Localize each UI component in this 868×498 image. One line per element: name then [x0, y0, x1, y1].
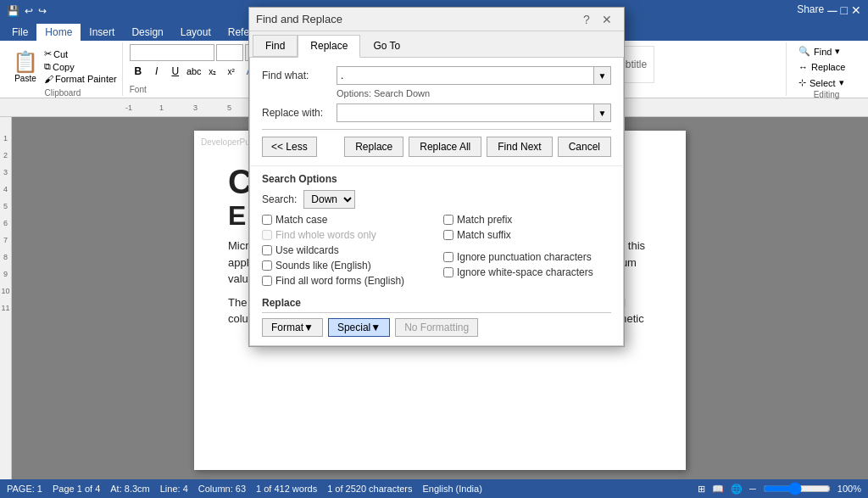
replace-all-button[interactable]: Replace All: [409, 137, 481, 157]
dialog-titlebar: Find and Replace ? ✕: [249, 8, 624, 31]
find-next-button[interactable]: Find Next: [487, 137, 552, 157]
search-options-title: Search Options: [262, 173, 611, 185]
replace-with-input[interactable]: [337, 104, 594, 122]
replace-button[interactable]: Replace: [344, 137, 403, 157]
find-what-row: Find what: ▼: [262, 66, 611, 85]
replace-format-section: Replace Format▼ Special▼ No Formatting: [249, 290, 624, 346]
replace-with-label: Replace with:: [262, 107, 337, 119]
replace-section-label: Replace: [262, 297, 611, 309]
checkboxes-left: Match case Find whole words only Use wil…: [262, 214, 430, 287]
use-wildcards-cb[interactable]: Use wildcards: [262, 244, 430, 256]
find-all-word-forms-cb[interactable]: Find all word forms (English): [262, 275, 430, 287]
search-dir-label: Search:: [262, 193, 297, 205]
search-direction-select[interactable]: Down Up All: [303, 190, 355, 209]
match-prefix-cb[interactable]: Match prefix: [443, 214, 611, 226]
sounds-like-cb[interactable]: Sounds like (English): [262, 260, 430, 271]
match-suffix-cb[interactable]: Match suffix: [443, 229, 611, 241]
checkboxes-right: Match prefix Match suffix Ignore punctua…: [443, 214, 611, 287]
dialog-help-button[interactable]: ?: [576, 11, 597, 28]
dialog-tab-replace[interactable]: Replace: [298, 35, 360, 58]
checkboxes-grid: Match case Find whole words only Use wil…: [262, 214, 611, 287]
cancel-button[interactable]: Cancel: [558, 137, 611, 157]
replace-with-dropdown[interactable]: ▼: [594, 104, 611, 122]
find-what-input[interactable]: [337, 66, 594, 85]
find-what-label: Find what:: [262, 70, 337, 81]
find-replace-dialog: Find and Replace ? ✕ Find Replace Go To …: [248, 7, 625, 347]
find-what-dropdown[interactable]: ▼: [594, 66, 611, 85]
special-btn[interactable]: Special▼: [328, 318, 390, 337]
dialog-tabs: Find Replace Go To: [249, 31, 624, 58]
dialog-title: Find and Replace: [256, 13, 576, 25]
less-button[interactable]: << Less: [262, 137, 317, 157]
no-formatting-btn[interactable]: No Formatting: [395, 318, 478, 337]
search-options-section: Search Options Search: Down Up All Match…: [249, 165, 624, 290]
divider-1: [262, 129, 611, 130]
replace-divider: [262, 312, 611, 313]
find-whole-words-cb: Find whole words only: [262, 229, 430, 241]
match-case-cb[interactable]: Match case: [262, 214, 430, 226]
format-buttons-row: Format▼ Special▼ No Formatting: [262, 318, 611, 337]
search-direction-row: Search: Down Up All: [262, 190, 611, 209]
dialog-close-button[interactable]: ✕: [597, 11, 617, 28]
ignore-whitespace-cb[interactable]: Ignore white-space characters: [443, 266, 611, 278]
dialog-body: Find what: ▼ Options: Search Down Replac…: [249, 58, 624, 165]
dialog-tab-goto[interactable]: Go To: [360, 35, 413, 57]
dialog-tab-find[interactable]: Find: [253, 35, 298, 57]
modal-overlay: Find and Replace ? ✕ Find Replace Go To …: [0, 0, 868, 498]
format-btn[interactable]: Format▼: [262, 318, 323, 337]
ignore-punctuation-cb[interactable]: Ignore punctuation characters: [443, 251, 611, 263]
dialog-buttons-row: << Less Replace Replace All Find Next Ca…: [262, 137, 611, 157]
options-row: Options: Search Down: [337, 88, 611, 98]
replace-with-row: Replace with: ▼: [262, 104, 611, 122]
